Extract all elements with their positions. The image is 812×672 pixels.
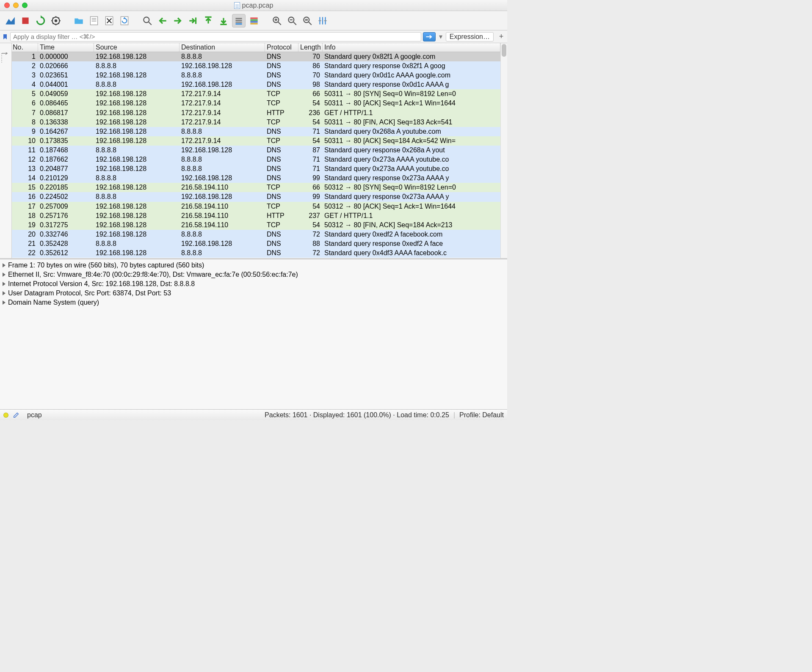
- previous-packet-icon[interactable]: [156, 14, 169, 28]
- col-time[interactable]: Time: [38, 43, 94, 52]
- packet-details-pane[interactable]: Frame 1: 70 bytes on wire (560 bits), 70…: [0, 259, 507, 409]
- svg-point-2: [55, 19, 58, 22]
- packet-list-header[interactable]: No. Time Source Destination Protocol Len…: [12, 43, 500, 52]
- restart-capture-icon[interactable]: [34, 14, 47, 28]
- add-filter-button[interactable]: +: [497, 32, 505, 41]
- packet-list-body[interactable]: 10.000000192.168.198.1288.8.8.8DNS70Stan…: [12, 52, 500, 258]
- col-len[interactable]: Length: [298, 43, 323, 52]
- packet-list-gutter: [0, 43, 12, 258]
- col-no[interactable]: No.: [12, 43, 38, 52]
- packet-row[interactable]: 30.023651192.168.198.1288.8.8.8DNS70Stan…: [12, 71, 500, 80]
- col-dst[interactable]: Destination: [180, 43, 265, 52]
- packet-row[interactable]: 180.257176192.168.198.128216.58.194.110H…: [12, 211, 500, 220]
- packet-row[interactable]: 210.3524288.8.8.8192.168.198.128DNS88Sta…: [12, 239, 500, 248]
- expression-button[interactable]: Expression…: [446, 32, 494, 41]
- col-proto[interactable]: Protocol: [265, 43, 298, 52]
- display-filter-toolbar: ▾ Expression… +: [0, 30, 507, 43]
- save-file-icon[interactable]: [87, 14, 101, 28]
- zoom-in-icon[interactable]: [270, 14, 284, 28]
- scrollbar-thumb[interactable]: [502, 44, 506, 57]
- edit-capture-file-icon[interactable]: [13, 412, 19, 419]
- expand-triangle-icon[interactable]: [3, 291, 6, 295]
- svg-line-20: [149, 22, 152, 25]
- colorize-list-icon[interactable]: [247, 14, 261, 28]
- expand-triangle-icon[interactable]: [3, 263, 6, 267]
- detail-tree-item[interactable]: Ethernet II, Src: Vmware_f8:4e:70 (00:0c…: [0, 270, 507, 279]
- close-window-icon[interactable]: [4, 3, 10, 8]
- goto-last-icon[interactable]: [217, 14, 230, 28]
- packet-row[interactable]: 160.2245028.8.8.8192.168.198.128DNS99Sta…: [12, 192, 500, 201]
- find-icon[interactable]: [141, 14, 154, 28]
- apply-filter-button[interactable]: [423, 32, 436, 41]
- svg-line-33: [278, 22, 281, 25]
- svg-line-7: [52, 17, 53, 18]
- window-title: pcap.pcap: [234, 2, 273, 9]
- reload-file-icon[interactable]: [118, 14, 131, 28]
- status-profile[interactable]: Profile: Default: [459, 411, 504, 419]
- svg-line-40: [309, 22, 312, 25]
- expert-info-icon[interactable]: [3, 413, 8, 418]
- packet-row[interactable]: 90.164267192.168.198.1288.8.8.8DNS71Stan…: [12, 127, 500, 136]
- window-titlebar: pcap.pcap: [0, 0, 507, 11]
- packet-row[interactable]: 100.173835192.168.198.128172.217.9.14TCP…: [12, 136, 500, 146]
- svg-point-39: [304, 17, 309, 22]
- packet-row[interactable]: 40.0440018.8.8.8192.168.198.128DNS98Stan…: [12, 80, 500, 89]
- goto-first-icon[interactable]: [202, 14, 215, 28]
- detail-tree-item[interactable]: Domain Name System (query): [0, 298, 507, 307]
- packet-row[interactable]: 130.204877192.168.198.1288.8.8.8DNS71Sta…: [12, 164, 500, 174]
- svg-line-37: [293, 22, 296, 25]
- traffic-lights: [4, 3, 28, 8]
- filter-dropdown-icon[interactable]: ▾: [437, 32, 444, 41]
- open-folder-icon[interactable]: [72, 14, 86, 28]
- detail-tree-item[interactable]: Frame 1: 70 bytes on wire (560 bits), 70…: [0, 261, 507, 270]
- auto-scroll-icon[interactable]: [232, 14, 246, 28]
- shark-start-capture-icon[interactable]: [3, 14, 17, 28]
- zoom-out-icon[interactable]: [285, 14, 299, 28]
- minimize-window-icon[interactable]: [13, 3, 19, 8]
- col-src[interactable]: Source: [94, 43, 180, 52]
- svg-line-9: [52, 23, 53, 24]
- packet-row[interactable]: 140.2101298.8.8.8192.168.198.128DNS99Sta…: [12, 174, 500, 183]
- packet-row[interactable]: 120.187662192.168.198.1288.8.8.8DNS71Sta…: [12, 155, 500, 164]
- main-toolbar: [0, 11, 507, 30]
- packet-row[interactable]: 200.332746192.168.198.1288.8.8.8DNS72Sta…: [12, 230, 500, 239]
- status-packets: Packets: 1601 · Displayed: 1601 (100.0%)…: [265, 411, 449, 419]
- packet-row[interactable]: 10.000000192.168.198.1288.8.8.8DNS70Stan…: [12, 52, 500, 61]
- detail-tree-item[interactable]: User Datagram Protocol, Src Port: 63874,…: [0, 289, 507, 298]
- next-packet-icon[interactable]: [171, 14, 185, 28]
- packet-row[interactable]: 70.086817192.168.198.128172.217.9.14HTTP…: [12, 108, 500, 118]
- svg-rect-28: [250, 17, 257, 19]
- svg-rect-29: [250, 19, 257, 20]
- stop-capture-icon[interactable]: [19, 14, 32, 28]
- packet-row[interactable]: 50.049059192.168.198.128172.217.9.14TCP6…: [12, 89, 500, 99]
- packet-row[interactable]: 80.136338192.168.198.128172.217.9.14TCP5…: [12, 118, 500, 127]
- svg-line-8: [58, 23, 59, 24]
- display-filter-input[interactable]: [10, 32, 421, 41]
- zoom-reset-icon[interactable]: [301, 14, 314, 28]
- expand-triangle-icon[interactable]: [3, 273, 6, 277]
- expand-triangle-icon[interactable]: [3, 300, 6, 305]
- close-file-icon[interactable]: [102, 14, 116, 28]
- packet-row[interactable]: 110.1874688.8.8.8192.168.198.128DNS87Sta…: [12, 146, 500, 155]
- packet-list-scrollbar[interactable]: [500, 43, 507, 258]
- packet-row[interactable]: 190.317275192.168.198.128216.58.194.110T…: [12, 220, 500, 230]
- svg-rect-31: [250, 23, 257, 24]
- resize-columns-icon[interactable]: [316, 14, 329, 28]
- packet-row[interactable]: 20.0206668.8.8.8192.168.198.128DNS86Stan…: [12, 61, 500, 71]
- detail-tree-item[interactable]: Internet Protocol Version 4, Src: 192.16…: [0, 279, 507, 289]
- fullscreen-window-icon[interactable]: [22, 3, 28, 8]
- goto-packet-icon[interactable]: [186, 14, 200, 28]
- packet-row[interactable]: 170.257009192.168.198.128216.58.194.110T…: [12, 202, 500, 211]
- options-gear-icon[interactable]: [49, 14, 63, 28]
- expand-triangle-icon[interactable]: [3, 282, 6, 286]
- packet-row[interactable]: 150.220185192.168.198.128216.58.194.110T…: [12, 183, 500, 192]
- bookmark-icon[interactable]: [2, 33, 8, 40]
- svg-line-10: [58, 17, 59, 18]
- col-info[interactable]: Info: [323, 43, 500, 52]
- svg-rect-30: [250, 21, 257, 22]
- status-bar: pcap Packets: 1601 · Displayed: 1601 (10…: [0, 409, 507, 420]
- packet-row[interactable]: 60.086465192.168.198.128172.217.9.14TCP5…: [12, 99, 500, 108]
- packet-row[interactable]: 220.352612192.168.198.1288.8.8.8DNS72Sta…: [12, 248, 500, 258]
- first-packet-marker-icon: [1, 52, 8, 66]
- document-icon: [234, 2, 240, 9]
